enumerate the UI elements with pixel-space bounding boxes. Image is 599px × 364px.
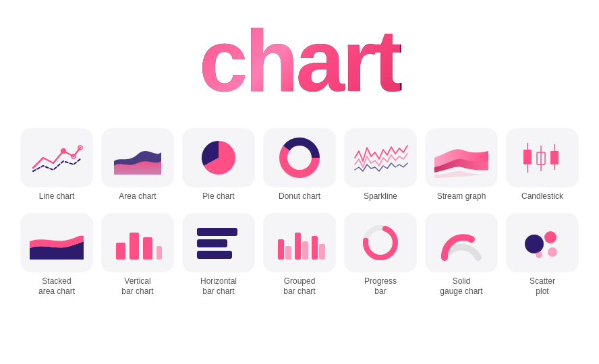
chart-item-candlestick[interactable]: Candlestick xyxy=(506,128,579,202)
chart-card-vertical-bar xyxy=(101,213,174,272)
svg-rect-24 xyxy=(319,244,325,260)
chart-label-scatter: Scatter plot xyxy=(530,276,555,297)
chart-card-solid-gauge xyxy=(425,213,498,272)
svg-rect-22 xyxy=(302,241,308,260)
svg-rect-23 xyxy=(312,236,318,260)
svg-rect-15 xyxy=(156,246,162,260)
svg-point-31 xyxy=(548,247,557,257)
svg-rect-16 xyxy=(197,228,237,236)
svg-rect-21 xyxy=(295,233,301,260)
chart-card-stacked-area xyxy=(20,213,93,272)
chart-label-solid-gauge: Solid gauge chart xyxy=(440,276,482,297)
hero-title: chart chart chart xyxy=(199,17,400,104)
svg-rect-20 xyxy=(285,246,291,260)
chart-label-donut: Donut chart xyxy=(279,191,320,202)
svg-point-30 xyxy=(544,231,557,243)
chart-item-line[interactable]: Line chart xyxy=(20,128,93,202)
svg-rect-14 xyxy=(143,237,152,260)
chart-label-line: Line chart xyxy=(39,191,75,202)
chart-card-area xyxy=(101,128,174,187)
chart-item-vertical-bar[interactable]: Vertical bar chart xyxy=(101,213,174,297)
chart-item-progress[interactable]: Progress bar xyxy=(344,213,417,297)
chart-label-progress: Progress bar xyxy=(364,276,397,297)
chart-label-pie: Pie chart xyxy=(202,191,234,202)
chart-card-progress xyxy=(344,213,417,272)
svg-rect-17 xyxy=(197,239,227,247)
chart-card-sparkline xyxy=(344,128,417,187)
chart-item-scatter[interactable]: Scatter plot xyxy=(506,213,579,297)
chart-label-sparkline: Sparkline xyxy=(364,191,397,202)
chart-item-sparkline[interactable]: Sparkline xyxy=(344,128,417,202)
chart-item-stream[interactable]: Stream graph xyxy=(425,128,498,202)
chart-item-pie[interactable]: Pie chart xyxy=(182,128,255,202)
chart-item-horizontal-bar[interactable]: Horizontal bar chart xyxy=(182,213,255,297)
svg-point-29 xyxy=(525,235,544,253)
chart-label-stacked-area: Stacked area chart xyxy=(38,276,75,297)
chart-card-line xyxy=(20,128,93,187)
svg-rect-13 xyxy=(130,233,139,260)
svg-point-5 xyxy=(291,150,308,166)
hero-section: chart chart chart xyxy=(199,0,400,128)
svg-point-0 xyxy=(61,148,66,154)
chart-label-area: Area chart xyxy=(119,191,156,202)
svg-rect-19 xyxy=(278,239,284,260)
chart-card-horizontal-bar xyxy=(182,213,255,272)
chart-label-candlestick: Candlestick xyxy=(521,191,563,202)
chart-item-grouped-bar[interactable]: Grouped bar chart xyxy=(263,213,336,297)
chart-item-area[interactable]: Area chart xyxy=(101,128,174,202)
svg-rect-18 xyxy=(197,251,232,259)
chart-card-grouped-bar xyxy=(263,213,336,272)
chart-label-grouped-bar: Grouped bar chart xyxy=(283,276,315,297)
chart-card-donut xyxy=(263,128,336,187)
chart-card-candlestick xyxy=(506,128,579,187)
chart-item-donut[interactable]: Donut chart xyxy=(263,128,336,202)
charts-row-2: Stacked area chart Vertical bar chart xyxy=(20,213,579,297)
svg-rect-7 xyxy=(523,150,532,164)
chart-label-stream: Stream graph xyxy=(437,191,486,202)
svg-rect-11 xyxy=(550,151,559,164)
svg-point-32 xyxy=(536,251,542,258)
chart-label-horizontal-bar: Horizontal bar chart xyxy=(200,276,237,297)
chart-item-solid-gauge[interactable]: Solid gauge chart xyxy=(425,213,498,297)
charts-grid: Line chart Area chart xyxy=(7,128,592,311)
chart-item-stacked-area[interactable]: Stacked area chart xyxy=(20,213,93,297)
charts-row-1: Line chart Area chart xyxy=(20,128,579,202)
svg-rect-12 xyxy=(116,243,125,260)
chart-card-pie xyxy=(182,128,255,187)
chart-label-vertical-bar: Vertical bar chart xyxy=(121,276,153,297)
chart-card-scatter xyxy=(506,213,579,272)
chart-card-stream xyxy=(425,128,498,187)
